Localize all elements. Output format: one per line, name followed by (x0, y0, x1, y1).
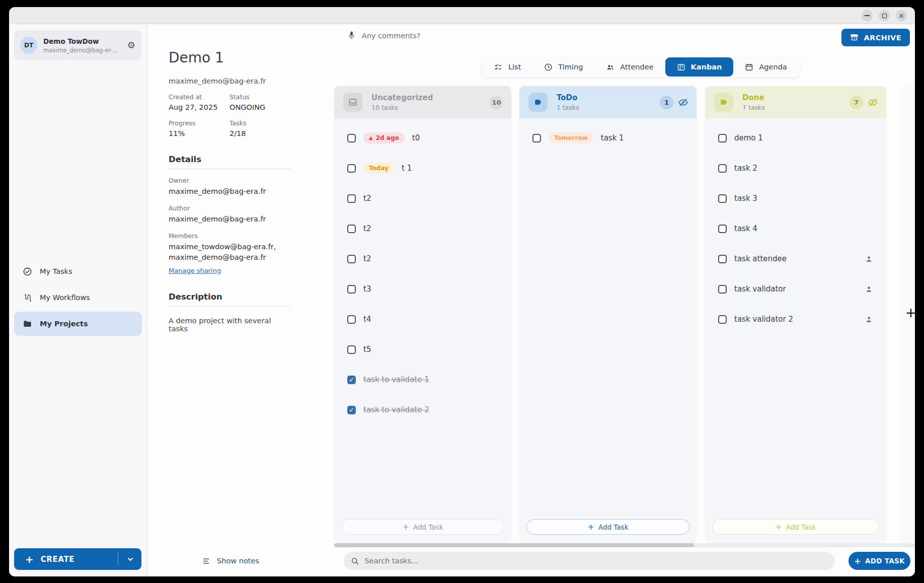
task-row[interactable]: Tomorrow task 1 (532, 132, 683, 143)
task-row[interactable]: t2 (347, 223, 498, 234)
task-label: t2 (363, 224, 371, 233)
sidebar-item-my-workflows[interactable]: My Workflows (14, 285, 142, 310)
tab-agenda[interactable]: Agenda (733, 57, 798, 77)
sidebar-item-my-tasks[interactable]: My Tasks (14, 259, 142, 283)
column-body: Tomorrow task 1 (519, 118, 697, 143)
minimize-button[interactable] (862, 10, 873, 21)
task-row[interactable]: task 4 (718, 223, 873, 234)
task-checkbox-checked[interactable]: ✓ (347, 406, 356, 414)
created-label: Created at (169, 93, 229, 101)
search-input[interactable] (365, 557, 828, 565)
task-row[interactable]: ▲2d ago t0 (347, 132, 498, 143)
horizontal-scrollbar-thumb[interactable] (334, 543, 694, 547)
sidebar-item-my-projects[interactable]: My Projects (14, 312, 142, 336)
task-checkbox[interactable] (347, 225, 356, 233)
task-row[interactable]: ✓ task to validate 1 (347, 374, 498, 385)
horizontal-scrollbar-track (334, 543, 915, 547)
task-checkbox[interactable] (718, 134, 727, 142)
task-checkbox[interactable] (718, 164, 727, 173)
tab-list[interactable]: List (483, 57, 532, 77)
task-row[interactable]: t2 (347, 193, 498, 204)
add-task-footer-button[interactable]: + ADD TASK (849, 552, 910, 570)
task-checkbox[interactable] (347, 255, 356, 263)
task-checkbox[interactable] (718, 194, 727, 203)
tab-timing[interactable]: Timing (532, 57, 594, 77)
task-checkbox[interactable] (347, 345, 356, 354)
task-label: t3 (363, 284, 371, 294)
task-checkbox[interactable] (532, 134, 541, 142)
author-label: Author (169, 204, 290, 212)
maximize-button[interactable] (879, 10, 890, 21)
owner-value: maxime_demo@bag-era.fr (169, 186, 290, 197)
checklist-icon (494, 63, 503, 71)
archive-button[interactable]: ARCHIVE (841, 29, 910, 46)
close-button[interactable]: × (896, 10, 907, 21)
task-checkbox[interactable] (718, 225, 727, 233)
plus-icon: + (25, 553, 34, 565)
task-row[interactable]: t2 (347, 253, 498, 264)
comments-input[interactable]: Any comments? (348, 30, 420, 41)
assignee-icon (865, 255, 873, 263)
task-checkbox-checked[interactable]: ✓ (347, 376, 356, 384)
eye-off-icon[interactable] (678, 97, 688, 108)
tab-label: List (508, 63, 521, 71)
column-count-badge: 10 (490, 96, 503, 109)
tab-label: Agenda (759, 63, 787, 71)
column-header: Done 7 tasks 7 (705, 86, 886, 118)
maximize-icon (882, 14, 887, 18)
add-task-button[interactable]: + Add Task (712, 519, 879, 535)
eye-off-icon[interactable] (868, 97, 878, 108)
task-label: task to validate 2 (363, 405, 429, 414)
task-checkbox[interactable] (347, 134, 356, 142)
task-checkbox[interactable] (347, 285, 356, 294)
task-checkbox[interactable] (718, 315, 727, 324)
task-label: t2 (363, 194, 371, 203)
show-notes-button[interactable]: Show notes (203, 557, 259, 565)
task-row[interactable]: task 2 (718, 163, 873, 174)
task-row[interactable]: task validator 2 (718, 314, 873, 325)
task-checkbox[interactable] (347, 315, 356, 324)
create-button[interactable]: + CREATE (14, 548, 141, 570)
tab-kanban[interactable]: Kanban (665, 57, 734, 77)
task-row[interactable]: task 3 (718, 193, 873, 204)
task-row[interactable]: task attendee (718, 253, 873, 264)
avatar: DT (20, 37, 37, 54)
gear-icon[interactable]: ⚙ (127, 41, 135, 50)
manage-sharing-link[interactable]: Manage sharing (169, 267, 221, 274)
comments-placeholder: Any comments? (362, 32, 420, 40)
microphone-icon (348, 30, 355, 41)
task-row[interactable]: ✓ task to validate 2 (347, 404, 498, 415)
task-row[interactable]: t3 (347, 283, 498, 295)
task-row[interactable]: demo 1 (718, 132, 873, 143)
titlebar: × (9, 7, 915, 24)
column-body: ▲2d ago t0 Today t 1 t2 t2 (334, 118, 511, 415)
owner-label: Owner (169, 177, 290, 184)
tab-attendee[interactable]: Attendee (594, 57, 665, 77)
chevron-down-icon[interactable] (126, 555, 134, 563)
task-checkbox[interactable] (718, 285, 727, 294)
profile-card[interactable]: DT Demo TowDow maxime_demo@bag-er-... ⚙ (14, 30, 141, 60)
search-box[interactable] (344, 552, 835, 570)
column-count-badge: 7 (850, 96, 863, 109)
status-label: Status (229, 93, 290, 101)
due-badge: ▲2d ago (363, 132, 405, 143)
kanban-column-todo: ToDo 1 tasks 1 Tomorrow task 1 (519, 86, 697, 542)
add-task-button[interactable]: + Add Task (526, 519, 689, 535)
add-task-footer-label: ADD TASK (865, 557, 905, 565)
task-row[interactable]: task validator (718, 283, 873, 295)
tab-label: Attendee (620, 63, 653, 71)
task-checkbox[interactable] (347, 164, 356, 173)
add-task-button[interactable]: + Add Task (341, 519, 504, 535)
task-row[interactable]: t5 (347, 344, 498, 355)
sidebar-item-label: My Tasks (40, 267, 72, 275)
task-checkbox[interactable] (347, 194, 356, 203)
task-checkbox[interactable] (718, 255, 727, 263)
task-row[interactable]: t4 (347, 314, 498, 325)
kanban-column-done: Done 7 tasks 7 demo 1 (705, 86, 886, 542)
task-row[interactable]: Today t 1 (347, 163, 498, 174)
task-label: task validator (734, 284, 786, 294)
tasks-value: 2/18 (229, 129, 290, 137)
add-task-label: Add Task (598, 523, 629, 531)
show-notes-label: Show notes (217, 557, 259, 565)
plus-icon: + (403, 522, 409, 532)
